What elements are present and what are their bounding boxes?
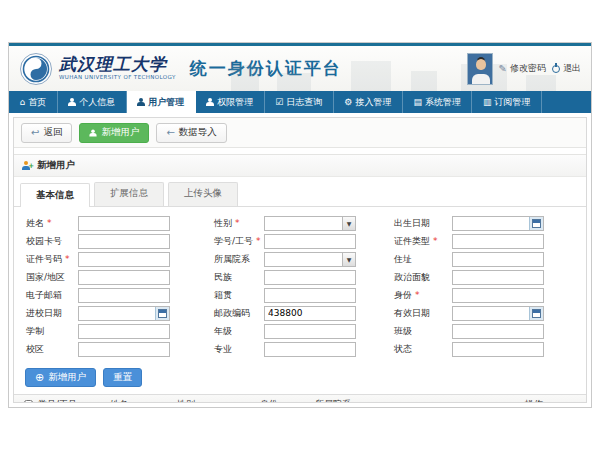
logout-link[interactable]: 退出 <box>552 62 581 75</box>
field-label: 状态 <box>394 343 452 356</box>
calendar-icon[interactable] <box>529 307 543 320</box>
calendar-icon[interactable] <box>529 217 543 230</box>
nav-item-system-management[interactable]: ▤ 系统管理 <box>403 91 473 113</box>
campus-input[interactable] <box>78 342 170 357</box>
enroll-date-picker[interactable] <box>78 306 170 321</box>
submit-add-user-button[interactable]: ⊕ 新增用户 <box>25 368 96 387</box>
birthdate-picker[interactable] <box>452 216 544 231</box>
select-all-checkbox[interactable] <box>24 400 33 404</box>
reset-button[interactable]: 重置 <box>103 368 142 387</box>
field-label: 校园卡号 <box>26 235 78 248</box>
user-table-header: 学号/工号 姓名 性别 身份 所属院系 操作 <box>14 394 586 403</box>
data-import-button[interactable]: ← 数据导入 <box>156 123 226 143</box>
schooling-length-field: 学制 <box>26 324 214 339</box>
ethnicity-input[interactable] <box>264 270 356 285</box>
field-label: 出生日期 <box>394 217 452 230</box>
column-header-department: 所属院系 <box>315 398 525 404</box>
calendar-icon[interactable] <box>155 307 169 320</box>
main-nav: ⌂ 首页 个人信息 用户管理 权限管理 ☑ 日志查询 ⚙ 接入管理 ▤ 系统管理… <box>9 91 591 113</box>
section-header: + 新增用户 <box>14 154 586 177</box>
campus-card-field: 校园卡号 <box>26 234 214 249</box>
change-password-link[interactable]: ✎ 修改密码 <box>499 62 546 75</box>
field-label: 学制 <box>26 325 78 338</box>
university-name-cn: 武汉理工大学 <box>59 56 176 73</box>
address-field: 住址 <box>394 252 586 267</box>
department-input[interactable] <box>265 253 342 266</box>
campus-card-input[interactable] <box>78 234 170 249</box>
chevron-down-icon[interactable]: ▼ <box>342 217 355 230</box>
field-label: 籍贯 <box>214 289 264 302</box>
field-label: 国家/地区 <box>26 271 78 284</box>
status-input[interactable] <box>452 342 544 357</box>
department-select[interactable]: ▼ <box>264 252 356 267</box>
user-avatar[interactable] <box>467 53 493 85</box>
gender-select[interactable]: ▼ <box>264 216 356 231</box>
back-button[interactable]: ↩ 返回 <box>21 123 72 143</box>
major-field: 专业 <box>214 342 394 357</box>
column-header-identity: 身份 <box>260 398 315 404</box>
reset-button-label: 重置 <box>113 371 132 384</box>
nav-item-permission-management[interactable]: 权限管理 <box>196 91 265 113</box>
id-type-field: 证件类型 * <box>394 234 586 249</box>
nav-item-home[interactable]: ⌂ 首页 <box>9 91 58 113</box>
form-tabs: 基本信息 扩展信息 上传头像 <box>14 177 586 207</box>
valid-date-field: 有效日期 <box>394 306 586 321</box>
nav-item-access-management[interactable]: ⚙ 接入管理 <box>334 91 403 113</box>
nav-item-user-management[interactable]: 用户管理 <box>127 91 196 113</box>
email-input[interactable] <box>78 288 170 303</box>
add-user-toolbar-button[interactable]: 新增用户 <box>79 123 149 143</box>
grade-field: 年级 <box>214 324 394 339</box>
country-input[interactable] <box>78 270 170 285</box>
key-icon <box>206 98 214 106</box>
political-status-field: 政治面貌 <box>394 270 586 285</box>
nav-label: 接入管理 <box>355 96 391 109</box>
add-user-form: 姓名 * 性别 * ▼ 出生日期 校园卡号 学号/工号 <box>14 207 586 362</box>
nav-item-subscription-management[interactable]: ▥ 订阅管理 <box>472 91 542 113</box>
field-label: 学号/工号 * <box>214 235 264 248</box>
tab-extended-info[interactable]: 扩展信息 <box>94 182 164 206</box>
student-id-field: 学号/工号 * <box>214 234 394 249</box>
person-icon <box>68 98 76 106</box>
address-input[interactable] <box>452 252 544 267</box>
field-label: 邮政编码 <box>214 307 264 320</box>
major-input[interactable] <box>264 342 356 357</box>
id-type-input[interactable] <box>452 234 544 249</box>
import-arrow-icon: ← <box>166 128 174 138</box>
header-right: ✎ 修改密码 退出 <box>467 53 591 85</box>
name-input[interactable] <box>78 216 170 231</box>
nav-item-personal-info[interactable]: 个人信息 <box>58 91 127 113</box>
valid-date-input[interactable] <box>453 307 529 320</box>
nav-label: 日志查询 <box>286 96 322 109</box>
column-header-student-id: 学号/工号 <box>38 398 110 404</box>
valid-date-picker[interactable] <box>452 306 544 321</box>
postal-code-input[interactable] <box>264 306 356 321</box>
birthdate-field: 出生日期 <box>394 216 586 231</box>
class-input[interactable] <box>452 324 544 339</box>
native-place-field: 籍贯 <box>214 288 394 303</box>
nav-item-log-query[interactable]: ☑ 日志查询 <box>265 91 334 113</box>
country-field: 国家/地区 <box>26 270 214 285</box>
change-password-label: 修改密码 <box>510 62 546 75</box>
birthdate-input[interactable] <box>453 217 529 230</box>
back-button-label: 返回 <box>43 126 62 139</box>
identity-input[interactable] <box>452 288 544 303</box>
content-area: ↩ 返回 新增用户 ← 数据导入 + 新增用户 基本信息 扩展信息 上传头像 <box>13 117 587 403</box>
chevron-down-icon[interactable]: ▼ <box>342 253 355 266</box>
enroll-date-input[interactable] <box>79 307 155 320</box>
field-label: 年级 <box>214 325 264 338</box>
person-add-icon <box>90 129 97 136</box>
form-row: 电子邮箱 籍贯 身份 * <box>14 286 586 304</box>
schooling-length-input[interactable] <box>78 324 170 339</box>
nav-label: 首页 <box>28 96 46 109</box>
id-number-input[interactable] <box>78 252 170 267</box>
tab-upload-avatar[interactable]: 上传头像 <box>168 182 238 206</box>
political-status-input[interactable] <box>452 270 544 285</box>
student-id-input[interactable] <box>264 234 356 249</box>
status-field: 状态 <box>394 342 586 357</box>
form-row: 姓名 * 性别 * ▼ 出生日期 <box>14 214 586 232</box>
native-place-input[interactable] <box>264 288 356 303</box>
enroll-date-field: 进校日期 <box>26 306 214 321</box>
grade-input[interactable] <box>264 324 356 339</box>
gender-input[interactable] <box>265 217 342 230</box>
tab-basic-info[interactable]: 基本信息 <box>20 183 90 207</box>
